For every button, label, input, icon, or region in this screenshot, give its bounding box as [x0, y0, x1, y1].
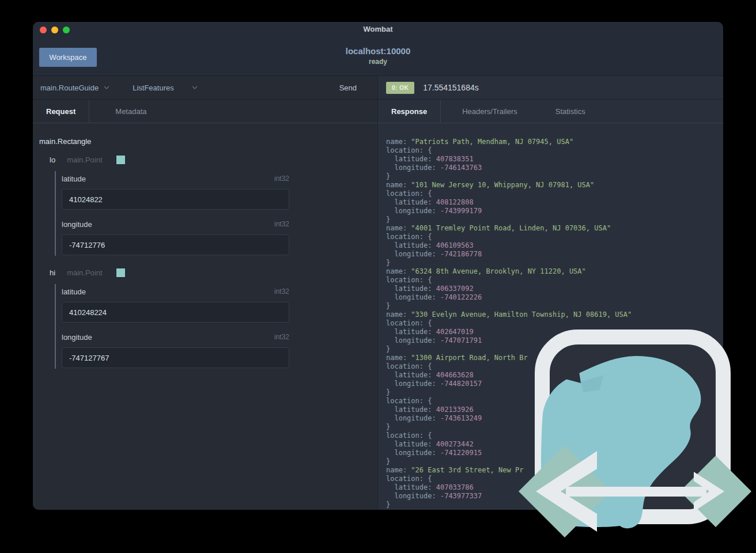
field-name-lo: lo: [50, 156, 55, 164]
hi-longitude-label: longitude: [62, 333, 92, 342]
lo-longitude-input[interactable]: [62, 234, 289, 255]
tab-statistics[interactable]: Statistics: [542, 100, 599, 123]
hi-longitude-type: int32: [274, 333, 289, 341]
chevron-down-icon: [192, 86, 198, 89]
chevron-down-icon: [104, 86, 109, 89]
hi-longitude-input[interactable]: [62, 347, 289, 368]
tab-metadata[interactable]: Metadata: [102, 100, 160, 123]
status-badge: 0: OK: [386, 82, 414, 94]
response-toolbar: 0: OK 17.554151684s: [378, 76, 723, 100]
hi-latitude-input[interactable]: [62, 302, 289, 323]
wombat-logo: [513, 320, 756, 553]
field-type-hi: main.Point: [67, 268, 102, 277]
field-row-lo: lo main.Point: [50, 155, 377, 165]
request-toolbar: main.RouteGuide ListFeatures Send: [33, 76, 377, 100]
method-select-value: ListFeatures: [133, 84, 174, 92]
arrow-shaft: [566, 487, 706, 497]
titlebar[interactable]: Wombat: [33, 22, 723, 37]
lo-latitude-input[interactable]: [62, 189, 289, 210]
app-header: Wombat Workspace localhost:10000 ready: [33, 22, 723, 76]
method-select[interactable]: ListFeatures: [133, 84, 198, 92]
field-row-hi: hi main.Point: [50, 268, 377, 278]
lo-longitude-label: longitude: [62, 220, 92, 229]
server-status: localhost:10000 ready: [33, 46, 723, 66]
hi-latitude-type: int32: [274, 287, 289, 296]
send-button[interactable]: Send: [339, 84, 357, 92]
lo-latitude-type: int32: [274, 175, 289, 183]
connection-status: ready: [33, 58, 723, 66]
server-address: localhost:10000: [33, 46, 723, 56]
lo-enabled-checkbox[interactable]: [115, 154, 126, 165]
hi-point-group: latitude int32 longitude int32: [55, 284, 289, 369]
request-tabbar: Request Metadata: [33, 100, 377, 123]
lo-point-group: latitude int32 longitude int32: [55, 171, 289, 256]
lo-latitude-label: latitude: [62, 175, 86, 183]
window-title: Wombat: [33, 25, 723, 33]
tab-response[interactable]: Response: [378, 100, 441, 123]
field-name-hi: hi: [50, 268, 55, 277]
service-select-value: main.RouteGuide: [40, 84, 99, 92]
request-panel: main.RouteGuide ListFeatures Send Reques…: [33, 76, 378, 510]
lo-longitude-type: int32: [274, 220, 289, 228]
tab-request[interactable]: Request: [33, 100, 89, 123]
hi-enabled-checkbox[interactable]: [115, 267, 126, 278]
response-tabbar: Response Headers/Trailers Statistics: [378, 100, 723, 123]
tab-headers-trailers[interactable]: Headers/Trailers: [449, 100, 531, 123]
request-form: main.Rectangle lo main.Point latitude in…: [33, 123, 377, 369]
field-type-lo: main.Point: [67, 156, 102, 164]
duration-label: 17.554151684s: [423, 83, 479, 92]
service-select[interactable]: main.RouteGuide: [40, 84, 109, 92]
hi-latitude-label: latitude: [62, 287, 86, 296]
message-type-label: main.Rectangle: [39, 137, 377, 146]
